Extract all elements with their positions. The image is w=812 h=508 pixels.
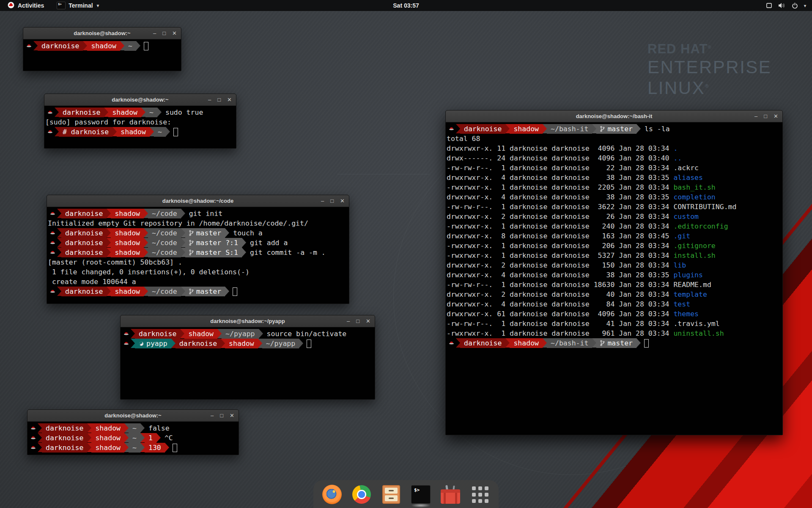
terminal-window-bash-it: darknoise@shadow:~/bash-it–□✕darknoisesh… [445, 110, 783, 435]
terminal-content[interactable]: darknoiseshadow~/pyappsource bin/activat… [121, 327, 375, 349]
close-button[interactable]: ✕ [366, 315, 370, 327]
command-text: ^C [165, 433, 173, 443]
dock-item-app-grid[interactable] [470, 484, 490, 505]
prompt-segment-venv: pyapp [135, 339, 171, 348]
output-text: drwxrwxr-x. 2 darknoise darknoise 150 Ja… [447, 260, 673, 270]
app-grid-icon [472, 486, 488, 503]
maximize-button[interactable]: □ [217, 94, 221, 105]
window-controls: –□✕ [321, 195, 345, 207]
terminal-line: darknoiseshadow~/codemaster [48, 287, 348, 296]
terminal-content[interactable]: darknoiseshadow~sudo true[sudo] password… [44, 106, 236, 138]
redhat-prompt-icon [121, 339, 131, 348]
terminal-line: # darknoiseshadow~ [45, 127, 235, 137]
prompt-segment-user: darknoise [61, 238, 107, 248]
terminal-cursor [307, 340, 311, 348]
powerline-arrow [87, 443, 91, 452]
prompt-segment-git: master [596, 124, 636, 134]
maximize-button[interactable]: □ [162, 28, 166, 39]
prompt-segment-user: darknoise [135, 329, 180, 339]
powerline-arrow [456, 338, 460, 348]
terminal-line: darknoiseshadow~sudo true [45, 108, 235, 117]
clock[interactable]: Sat 03:57 [393, 0, 419, 11]
powerline-arrow [107, 287, 111, 296]
redhat-prompt-icon [447, 338, 456, 348]
volume-icon [778, 3, 786, 8]
minimize-button[interactable]: – [208, 94, 211, 105]
terminal-content[interactable]: darknoiseshadow~falsedarknoiseshadow~1^C… [27, 422, 239, 453]
dock-item-terminal[interactable]: $> [411, 484, 431, 505]
titlebar[interactable]: darknoise@shadow:~–□✕ [23, 28, 181, 39]
prompt-segment-path: ~ [129, 443, 140, 453]
terminal-line: -rwxrwxr-x. 1 darknoise darknoise 240 Ja… [447, 221, 782, 231]
dock-item-chrome[interactable] [351, 484, 372, 505]
dock-item-toolbox[interactable] [440, 484, 461, 505]
titlebar[interactable]: darknoise@shadow:~/pyapp–□✕ [121, 315, 375, 327]
file-name: .. [673, 153, 682, 163]
app-menu-terminal[interactable]: $> Terminal ▼ [52, 0, 104, 11]
close-button[interactable]: ✕ [774, 110, 778, 122]
powerline-arrow [38, 443, 42, 452]
rhel-branding: RED HAT® ENTERPRISE LINUX® [647, 42, 771, 97]
minimize-button[interactable]: – [211, 410, 214, 421]
close-button[interactable]: ✕ [172, 28, 177, 39]
toolbox-icon [441, 485, 460, 504]
command-text: sudo true [165, 108, 203, 117]
terminal-line: drwxrwxr-x. 4 darknoise darknoise 84 Jan… [447, 299, 782, 309]
close-button[interactable]: ✕ [230, 410, 234, 421]
powerline-arrow [33, 41, 38, 50]
maximize-button[interactable]: □ [764, 110, 767, 122]
powerline-arrow [156, 433, 161, 442]
activities-button[interactable]: Activities [3, 0, 48, 11]
brand-red-hat: RED HAT [647, 41, 708, 56]
powerline-arrow [87, 433, 91, 442]
powerline-arrow [225, 287, 229, 296]
terminal-window-pyapp: darknoise@shadow:~/pyapp–□✕darknoiseshad… [120, 315, 375, 400]
prompt-segment-host: shadow [91, 443, 124, 453]
output-text: [master (root-commit) 50bcb63] . [48, 257, 182, 267]
file-name: aliases [673, 173, 703, 182]
minimize-button[interactable]: – [153, 28, 156, 39]
titlebar[interactable]: darknoise@shadow:~/code–□✕ [47, 195, 349, 207]
maximize-button[interactable]: □ [356, 315, 359, 327]
terminal-content[interactable]: darknoiseshadow~/bash-itmasterls -latota… [446, 122, 782, 349]
command-text: false [148, 423, 170, 433]
titlebar[interactable]: darknoise@shadow:~–□✕ [44, 94, 236, 106]
powerline-arrow [157, 108, 162, 117]
powerline-arrow [221, 339, 225, 348]
file-name: custom [673, 212, 699, 221]
terminal-line: [master (root-commit) 50bcb63] . [48, 257, 348, 267]
prompt-segment-user: darknoise [59, 108, 104, 117]
system-status-area[interactable]: ▾ [763, 0, 809, 11]
window-controls: –□✕ [208, 94, 232, 105]
minimize-button[interactable]: – [321, 195, 324, 207]
prompt-segment-host: shadow [111, 238, 144, 248]
titlebar[interactable]: darknoise@shadow:~–□✕ [27, 410, 239, 422]
dock-item-files[interactable] [381, 484, 401, 505]
prompt-segment-git: master [185, 287, 225, 296]
terminal-line: darknoiseshadow~/bash-itmasterls -la [447, 124, 782, 134]
powerline-arrow [136, 41, 140, 50]
close-button[interactable]: ✕ [227, 94, 232, 105]
dock-item-firefox[interactable] [322, 484, 342, 505]
terminal-line: darknoiseshadow~/codegit init [48, 209, 348, 218]
prompt-segment-git: master [185, 228, 225, 238]
terminal-line: darknoiseshadow~/codemastertouch a [48, 228, 348, 238]
command-text: source bin/activate [267, 329, 347, 339]
powerline-arrow [181, 248, 185, 257]
close-button[interactable]: ✕ [340, 195, 345, 207]
terminal-content[interactable]: darknoiseshadow~ [23, 39, 181, 52]
terminal-line: -rw-rw-r--. 1 darknoise darknoise 22 Jan… [447, 163, 782, 173]
minimize-button[interactable]: – [347, 315, 350, 327]
window-title: darknoise@shadow:~/bash-it [446, 113, 782, 119]
maximize-button[interactable]: □ [330, 195, 334, 207]
powerline-arrow [217, 329, 222, 338]
maximize-button[interactable]: □ [220, 410, 223, 421]
registered-mark: ® [705, 83, 710, 88]
terminal-content[interactable]: darknoiseshadow~/codegit initInitialized… [47, 207, 349, 297]
terminal-line: -rwxrwxr-x. 1 darknoise darknoise 206 Ja… [447, 241, 782, 251]
minimize-button[interactable]: – [754, 110, 757, 122]
prompt-segment-path: ~/bash-it [547, 124, 592, 134]
output-text: drwxrwxr-x. 2 darknoise darknoise 26 Jan… [447, 212, 673, 221]
powerline-arrow [242, 248, 246, 257]
titlebar[interactable]: darknoise@shadow:~/bash-it–□✕ [446, 110, 782, 122]
